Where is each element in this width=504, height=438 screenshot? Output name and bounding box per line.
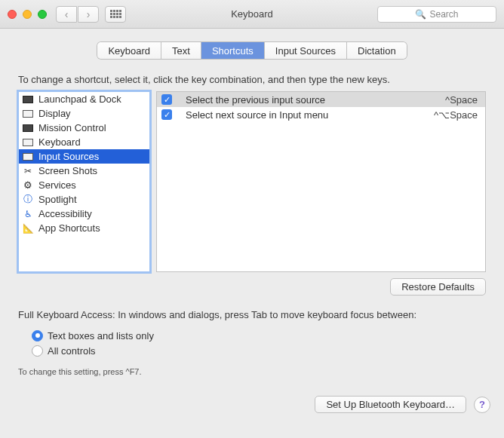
full-keyboard-access-options: Text boxes and lists onlyAll controls — [32, 328, 490, 358]
zoom-window-button[interactable] — [38, 10, 47, 19]
grid-icon — [110, 10, 121, 18]
full-keyboard-access-text: Full Keyboard Access: In windows and dia… — [18, 309, 486, 320]
nav-back-forward: ‹ › — [56, 6, 99, 23]
category-screen-shots[interactable]: ✂︎Screen Shots — [19, 164, 149, 178]
forward-button[interactable]: › — [78, 6, 99, 23]
shortcut-list[interactable]: ✓Select the previous input source^Space✓… — [156, 91, 486, 272]
keyboard-icon — [22, 136, 34, 149]
radio-button[interactable] — [32, 330, 43, 342]
fka-option[interactable]: All controls — [32, 343, 490, 358]
radio-label: All controls — [48, 345, 96, 357]
mission-control-icon — [22, 122, 34, 134]
back-button[interactable]: ‹ — [56, 6, 77, 23]
app-shortcuts-icon: 📐 — [22, 222, 34, 234]
category-launchpad-dock[interactable]: Launchpad & Dock — [19, 92, 149, 106]
category-keyboard[interactable]: Keyboard — [19, 135, 149, 149]
window-titlebar: ‹ › Keyboard 🔍 Search — [0, 0, 504, 29]
display-icon — [22, 108, 34, 120]
minimize-window-button[interactable] — [23, 10, 32, 19]
fka-option[interactable]: Text boxes and lists only — [32, 328, 490, 343]
shortcut-row[interactable]: ✓Select next source in Input menu^⌥Space — [157, 107, 485, 122]
input-sources-icon — [22, 151, 34, 163]
category-label: App Shortcuts — [38, 222, 100, 234]
show-all-button[interactable] — [105, 6, 126, 23]
category-label: Spotlight — [38, 194, 77, 205]
shortcut-row[interactable]: ✓Select the previous input source^Space — [157, 92, 485, 107]
category-services[interactable]: ⚙︎Services — [19, 178, 149, 192]
category-list[interactable]: Launchpad & DockDisplayMission ControlKe… — [18, 91, 150, 272]
traffic-lights — [8, 10, 47, 19]
spotlight-icon: ⓘ — [22, 194, 34, 206]
category-accessibility[interactable]: ♿︎Accessibility — [19, 207, 149, 221]
setup-bluetooth-button[interactable]: Set Up Bluetooth Keyboard… — [315, 396, 466, 413]
help-button[interactable]: ? — [474, 397, 490, 413]
category-label: Display — [38, 108, 71, 119]
shortcut-label: Select the previous input source — [180, 94, 438, 106]
category-app-shortcuts[interactable]: 📐App Shortcuts — [19, 221, 149, 235]
tab-bar: KeyboardTextShortcutsInput SourcesDictat… — [14, 42, 490, 59]
tab-text[interactable]: Text — [161, 42, 201, 59]
category-label: Keyboard — [38, 136, 81, 148]
category-label: Input Sources — [38, 151, 99, 162]
services-icon: ⚙︎ — [22, 179, 34, 191]
category-label: Accessibility — [38, 208, 92, 219]
category-mission-control[interactable]: Mission Control — [19, 121, 149, 135]
category-label: Launchpad & Dock — [38, 93, 121, 105]
tab-input-sources[interactable]: Input Sources — [265, 42, 347, 59]
category-spotlight[interactable]: ⓘSpotlight — [19, 192, 149, 207]
shortcut-label: Select next source in Input menu — [180, 109, 426, 121]
shortcut-checkbox[interactable]: ✓ — [161, 109, 172, 120]
category-display[interactable]: Display — [19, 106, 149, 121]
category-input-sources[interactable]: Input Sources — [19, 149, 149, 164]
tab-keyboard[interactable]: Keyboard — [97, 42, 161, 59]
screenshots-icon: ✂︎ — [22, 165, 34, 177]
radio-button[interactable] — [32, 345, 43, 357]
instruction-text: To change a shortcut, select it, click t… — [18, 74, 486, 85]
search-icon: 🔍 — [415, 9, 426, 20]
shortcut-checkbox[interactable]: ✓ — [161, 94, 172, 105]
search-field[interactable]: 🔍 Search — [377, 6, 496, 23]
shortcut-key[interactable]: ^Space — [445, 94, 481, 106]
close-window-button[interactable] — [8, 10, 17, 19]
shortcut-key[interactable]: ^⌥Space — [434, 109, 481, 121]
radio-label: Text boxes and lists only — [48, 330, 154, 342]
tab-dictation[interactable]: Dictation — [347, 42, 407, 59]
restore-defaults-button[interactable]: Restore Defaults — [390, 278, 486, 296]
accessibility-icon: ♿︎ — [22, 208, 34, 220]
setting-change-note: To change this setting, press ^F7. — [18, 367, 486, 376]
category-label: Screen Shots — [38, 165, 97, 176]
tab-shortcuts[interactable]: Shortcuts — [201, 42, 265, 59]
launchpad-icon — [22, 93, 34, 106]
search-placeholder: Search — [429, 9, 458, 20]
category-label: Mission Control — [38, 122, 106, 133]
category-label: Services — [38, 179, 76, 191]
